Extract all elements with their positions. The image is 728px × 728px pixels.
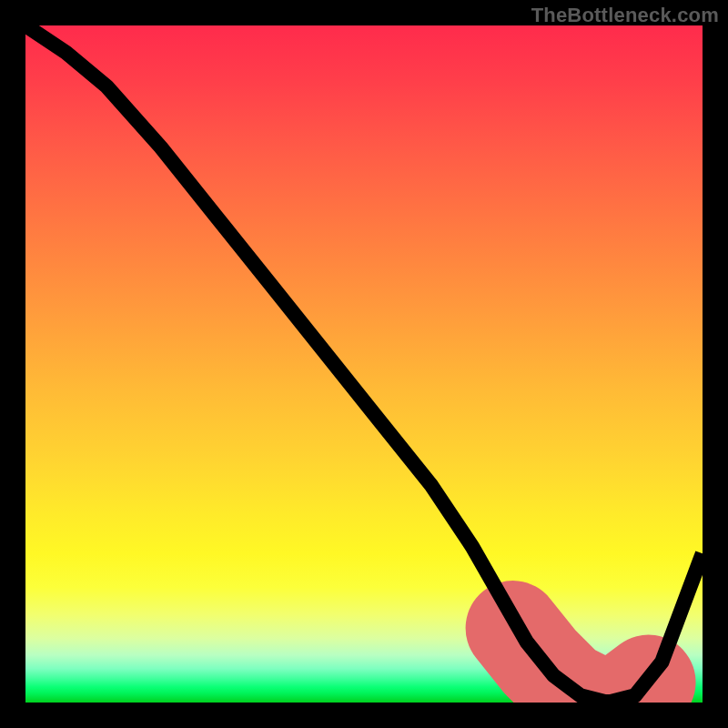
chart-svg (25, 25, 703, 703)
watermark-text: TheBottleneck.com (531, 4, 719, 27)
chart-container: TheBottleneck.com (0, 0, 728, 728)
plot-area (25, 25, 703, 703)
bottleneck-curve-line (25, 25, 703, 703)
